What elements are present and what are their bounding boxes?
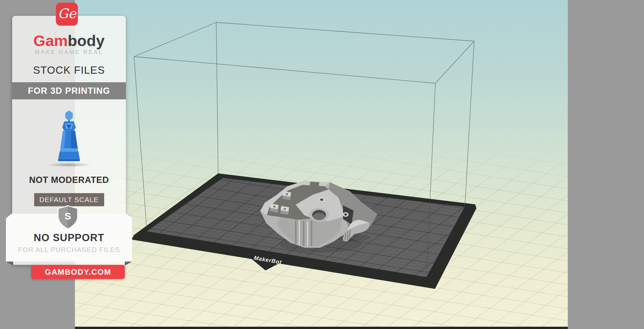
stock-files-heading: STOCK FILES [12,64,126,76]
model-pin-hole [344,214,347,215]
support-subtitle: FOR ALL PURCHASED FILES [6,246,132,254]
3d-viewport[interactable]: MakerBot [75,0,568,327]
brand-prefix: Gam [34,32,68,49]
gambody-website-band: GAMBODY.COM [31,265,125,279]
statue-figure [12,110,126,166]
low-poly-figurine-icon [58,110,80,164]
ge-logo: Ge [56,3,78,26]
brand-wordmark: Gambody [12,33,126,48]
default-scale-badge: DEFAULT SCALE [34,193,104,206]
brand-tagline: MAKE GAME REAL [12,49,126,56]
video-frame: MakerBot [0,0,644,329]
scene-overlay: MakerBot [75,0,568,327]
bottom-black-bar [75,327,568,329]
right-letterbox-bar [568,0,644,329]
shield-letter: S [56,211,80,222]
shield-icon: S [56,205,80,230]
model-top-notch [310,182,319,186]
support-title: NO SUPPORT [6,232,132,244]
moderation-status: NOT MODERATED [12,175,126,185]
model-small-hole [320,199,323,201]
for-3d-printing-band: FOR 3D PRINTING [12,82,126,99]
brand-suffix: body [68,32,104,49]
model-hole-floor [313,213,325,220]
